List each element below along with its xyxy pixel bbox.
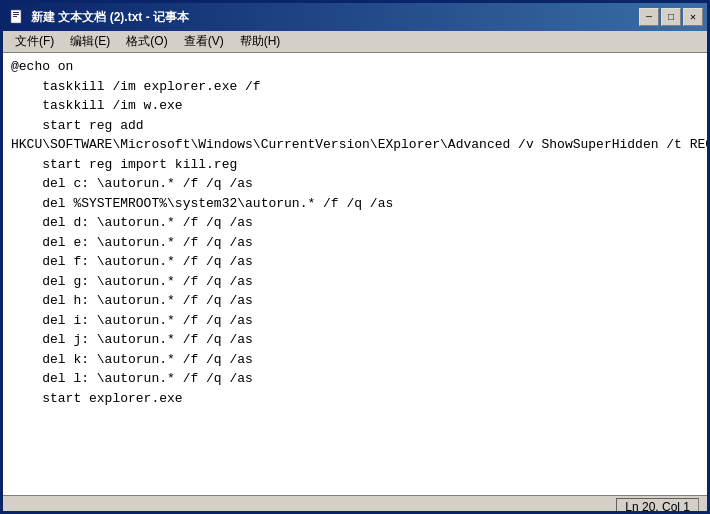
menu-view[interactable]: 查看(V) [176, 32, 232, 52]
menu-edit[interactable]: 编辑(E) [62, 32, 118, 52]
menu-format[interactable]: 格式(O) [118, 32, 175, 52]
menu-help[interactable]: 帮助(H) [232, 32, 289, 52]
window-title: 新建 文本文档 (2).txt - 记事本 [31, 9, 189, 26]
status-bar: Ln 20, Col 1 [3, 495, 707, 514]
editor-container: @echo on taskkill /im explorer.exe /f ta… [3, 53, 707, 495]
title-bar: 新建 文本文档 (2).txt - 记事本 ─ □ ✕ [3, 3, 707, 31]
minimize-button[interactable]: ─ [639, 8, 659, 26]
editor-textarea[interactable]: @echo on taskkill /im explorer.exe /f ta… [3, 53, 707, 495]
svg-rect-2 [13, 14, 19, 15]
menu-file[interactable]: 文件(F) [7, 32, 62, 52]
svg-rect-3 [13, 16, 17, 17]
close-button[interactable]: ✕ [683, 8, 703, 26]
app-icon [9, 9, 25, 25]
svg-rect-1 [13, 12, 19, 13]
maximize-button[interactable]: □ [661, 8, 681, 26]
menu-bar: 文件(F) 编辑(E) 格式(O) 查看(V) 帮助(H) [3, 31, 707, 53]
window: 新建 文本文档 (2).txt - 记事本 ─ □ ✕ 文件(F) 编辑(E) … [0, 0, 710, 514]
cursor-position: Ln 20, Col 1 [616, 498, 699, 515]
title-bar-left: 新建 文本文档 (2).txt - 记事本 [9, 9, 189, 26]
title-buttons: ─ □ ✕ [639, 8, 703, 26]
